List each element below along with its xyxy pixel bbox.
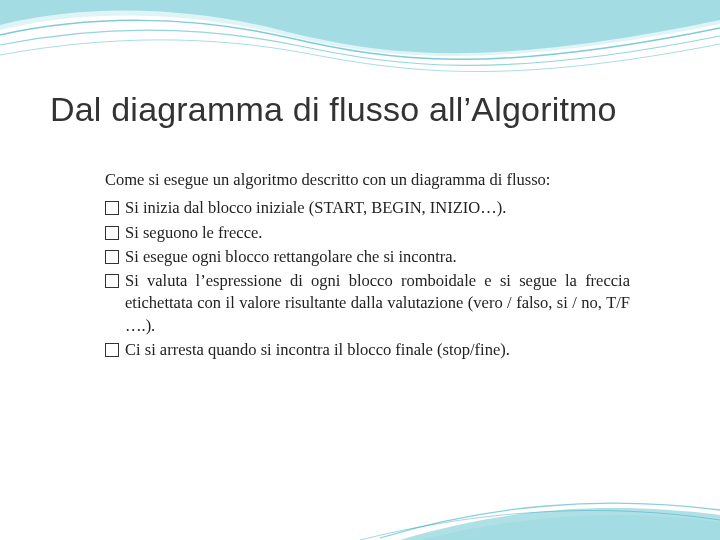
list-item: Ci si arresta quando si incontra il bloc… — [105, 339, 630, 361]
slide-title: Dal diagramma di flusso all’Algoritmo — [50, 90, 670, 129]
list-item: Si inizia dal blocco iniziale (START, BE… — [105, 197, 630, 219]
top-wave-decoration — [0, 0, 720, 90]
bullet-text: Si esegue ogni blocco rettangolare che s… — [125, 246, 630, 268]
bullet-text: Si inizia dal blocco iniziale (START, BE… — [125, 197, 630, 219]
square-bullet-icon — [105, 201, 119, 215]
square-bullet-icon — [105, 226, 119, 240]
bullet-text: Si valuta l’espressione di ogni blocco r… — [125, 270, 630, 337]
square-bullet-icon — [105, 250, 119, 264]
intro-text: Come si esegue un algoritmo descritto co… — [105, 169, 630, 191]
list-item: Si esegue ogni blocco rettangolare che s… — [105, 246, 630, 268]
list-item: Si valuta l’espressione di ogni blocco r… — [105, 270, 630, 337]
list-item: Si seguono le frecce. — [105, 222, 630, 244]
square-bullet-icon — [105, 274, 119, 288]
bullet-text: Ci si arresta quando si incontra il bloc… — [125, 339, 630, 361]
bullet-text: Si seguono le frecce. — [125, 222, 630, 244]
bottom-wave-decoration — [0, 480, 720, 540]
square-bullet-icon — [105, 343, 119, 357]
